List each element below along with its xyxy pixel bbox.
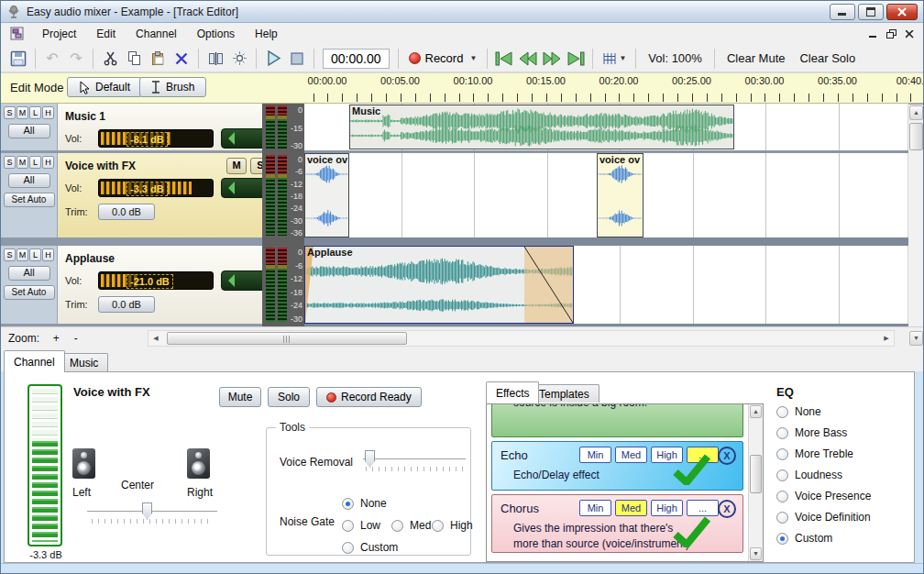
horizontal-scrollbar-thumb[interactable] [167,332,407,345]
mute-button[interactable]: Mute [219,387,261,407]
menu-edit[interactable]: Edit [86,25,126,43]
tab-channel[interactable]: Channel [4,350,65,372]
radio-icon[interactable] [776,512,788,524]
volume-display[interactable]: -8.1 dB [98,129,214,148]
track-setauto-button[interactable]: Set Auto [4,285,55,300]
copy-icon[interactable] [123,48,145,70]
menu-project[interactable]: Project [32,25,86,43]
effect-item-echo[interactable]: EchoMinMedHigh...XEcho/Delay effect [491,441,743,491]
radio-icon[interactable] [776,469,788,481]
tab-effects[interactable]: Effects [486,381,539,403]
pan-slider-track[interactable] [87,511,217,512]
effect-item[interactable]: Gives the impression that thesource is i… [491,404,743,437]
clear-mute-button[interactable]: Clear Mute [720,51,793,65]
undo-icon[interactable]: ↶ [41,48,63,70]
radio-icon[interactable] [776,406,788,418]
clip-area[interactable]: Music voice ov voice ov Applause [304,104,908,326]
eq-radio-voice-presence[interactable]: Voice Presence [776,490,871,502]
record-button[interactable]: Record▼ [403,50,483,67]
track-m-mini-button[interactable]: M [16,106,28,119]
track-all-button[interactable]: All [8,124,50,138]
vertical-scrollbar[interactable]: ▲ [908,105,923,326]
pan-left-icon[interactable] [228,274,235,287]
effect-level-button[interactable]: Min [579,447,611,463]
track-s-mini-button[interactable]: S [4,248,16,261]
split-icon[interactable] [204,48,226,70]
volume-display[interactable]: -21.0 dB [98,271,214,290]
audio-clip-voice-1[interactable]: voice ov [304,153,349,237]
track-setauto-button[interactable]: Set Auto [4,193,55,207]
play-icon[interactable] [262,48,284,70]
mdi-restore-icon[interactable] [886,29,896,39]
volume-display[interactable]: -3.3 dB [98,179,214,197]
track-s-mini-button[interactable]: S [4,156,16,169]
track-m-mini-button[interactable]: M [16,156,28,169]
audio-clip-voice-2[interactable]: voice ov [597,153,644,237]
track-s-mini-button[interactable]: S [4,106,16,119]
radio-icon[interactable] [342,520,354,532]
track-h-mini-button[interactable]: H [42,156,54,169]
tab-templates[interactable]: Templates [529,384,600,403]
save-icon[interactable] [7,48,29,70]
skip-start-icon[interactable] [493,48,515,70]
eq-radio-more-treble[interactable]: More Treble [776,447,853,460]
effect-item-chorus[interactable]: ChorusMinMedHigh...XGives the impression… [491,494,743,553]
marker-icon[interactable] [228,48,250,70]
paste-icon[interactable] [147,48,169,70]
audio-clip-applause[interactable]: Applause [304,246,574,324]
horizontal-scrollbar[interactable]: ◀ ▶ [148,330,895,347]
mdi-minimize-icon[interactable] [869,30,877,39]
radio-icon[interactable] [391,520,403,532]
grid-icon[interactable]: ▼ [599,48,630,70]
rewind-icon[interactable] [517,48,539,70]
menu-options[interactable]: Options [187,25,245,43]
clear-solo-button[interactable]: Clear Solo [792,51,863,65]
track-m-mini-button[interactable]: M [16,248,28,261]
track-h-mini-button[interactable]: H [42,106,54,119]
audio-clip-music[interactable]: Music [349,105,734,149]
menu-channel[interactable]: Channel [126,25,187,43]
voice-removal-slider-track[interactable] [363,458,466,459]
effect-level-button[interactable]: ... [687,500,719,516]
pan-left-icon[interactable] [228,132,235,145]
noise-gate-radio-high[interactable]: High [432,519,473,532]
mdi-close-icon[interactable] [906,30,914,39]
delete-icon[interactable] [170,48,192,70]
noise-gate-radio-low[interactable]: Low [342,519,380,532]
radio-icon[interactable] [776,533,788,545]
track-l-mini-button[interactable]: L [29,248,41,261]
chevron-down-icon[interactable]: ▼ [469,54,477,62]
noise-gate-radio-med[interactable]: Med [391,519,431,532]
track-l-mini-button[interactable]: L [29,106,41,119]
vertical-scrollbar-thumb[interactable] [909,123,923,150]
stop-icon[interactable] [286,48,308,70]
voice-removal-slider-thumb[interactable] [365,450,375,468]
track-h-mini-button[interactable]: H [42,248,54,261]
noise-gate-radio-none[interactable]: None [342,497,387,510]
effect-level-button[interactable]: Min [579,500,611,516]
effect-remove-icon[interactable]: X [718,500,736,518]
radio-icon[interactable] [776,448,788,460]
solo-button[interactable]: Solo [268,387,310,407]
trim-button[interactable]: 0.0 dB [98,204,155,220]
scroll-up-icon[interactable]: ▲ [750,405,762,418]
track-all-button[interactable]: All [8,266,50,281]
eq-radio-custom[interactable]: Custom [776,532,832,545]
effect-level-button[interactable]: High [651,500,683,516]
pan-slider-thumb[interactable] [142,502,152,520]
zoom-out-button[interactable]: - [67,332,85,345]
record-ready-button[interactable]: Record Ready [316,387,422,407]
minimize-button[interactable] [830,4,855,20]
forward-icon[interactable] [541,48,563,70]
radio-icon[interactable] [776,427,788,439]
eq-radio-none[interactable]: None [776,405,821,418]
track-l-mini-button[interactable]: L [29,156,41,169]
radio-icon[interactable] [432,520,444,532]
noise-gate-radio-custom[interactable]: Custom [342,541,398,554]
tab-music[interactable]: Music [60,353,108,371]
zoom-in-button[interactable]: + [46,332,67,345]
radio-icon[interactable] [776,491,788,502]
effects-scrollbar-thumb[interactable] [750,455,762,493]
default-mode-button[interactable]: Default [67,77,142,97]
close-button[interactable] [886,4,918,20]
